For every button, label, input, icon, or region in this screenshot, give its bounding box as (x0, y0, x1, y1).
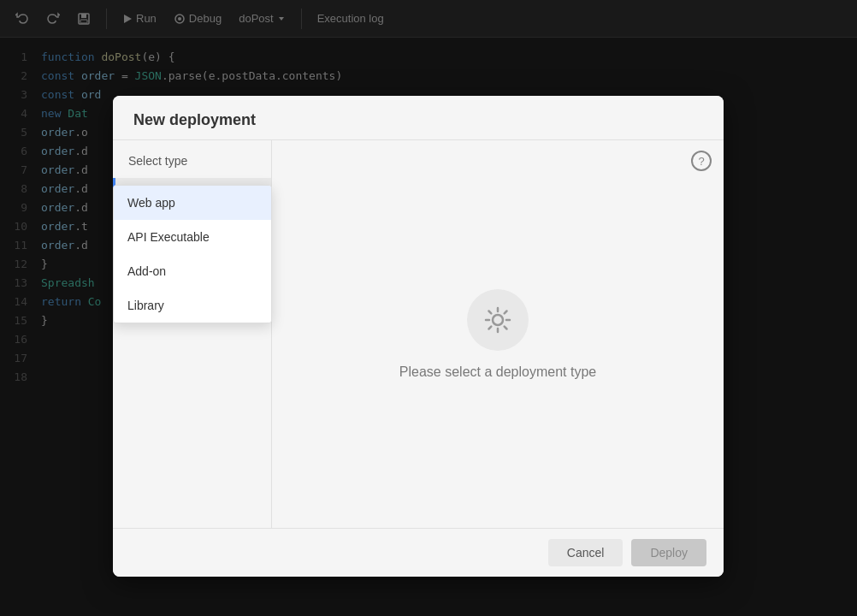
deploy-gear-icon (482, 305, 513, 335)
modal-title: New deployment (113, 96, 724, 139)
right-panel: Please select a deployment type (272, 140, 724, 528)
placeholder-text: Please select a deployment type (399, 364, 596, 380)
left-panel: Select type Configuration Web app API Ex… (113, 140, 272, 528)
dropdown-item-addon[interactable]: Add-on (114, 254, 271, 288)
select-type-label: Select type (113, 140, 271, 178)
type-dropdown-menu: Web app API Executable Add-on Library (113, 185, 272, 323)
modal-footer: Cancel Deploy (113, 528, 724, 577)
dropdown-item-webapp[interactable]: Web app (114, 186, 271, 220)
help-button[interactable]: ? (691, 151, 712, 171)
svg-point-7 (493, 315, 503, 325)
deploy-placeholder-icon (467, 289, 529, 351)
dropdown-item-library[interactable]: Library (114, 288, 271, 323)
dropdown-item-api[interactable]: API Executable (114, 220, 271, 254)
modal-body: Select type Configuration Web app API Ex… (113, 139, 724, 528)
deploy-button[interactable]: Deploy (631, 539, 706, 566)
cancel-button[interactable]: Cancel (548, 539, 624, 566)
new-deployment-modal: New deployment Select type Configuration… (113, 96, 724, 577)
